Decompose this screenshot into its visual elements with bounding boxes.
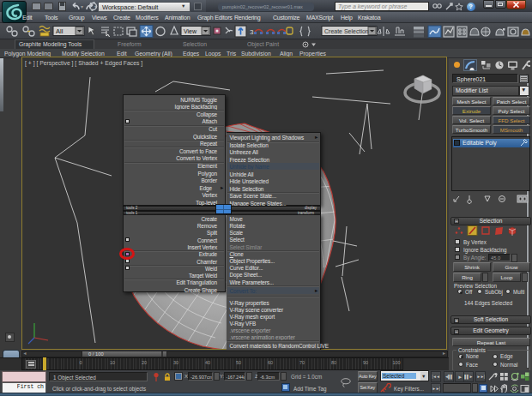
svg-text:All: All — [56, 27, 63, 35]
svg-text:View: View — [184, 28, 197, 34]
svg-text:Create Selection: Create Selection — [324, 28, 369, 34]
svg-text:3: 3 — [250, 28, 254, 36]
